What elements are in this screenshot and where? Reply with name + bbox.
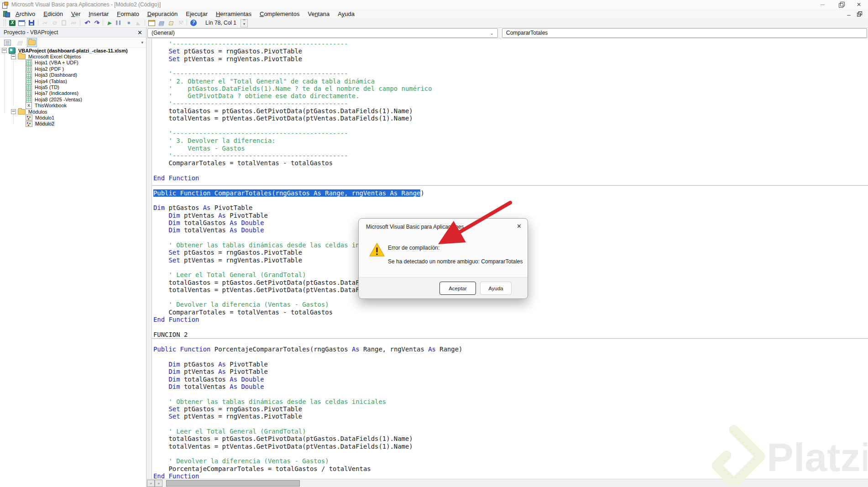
copy-icon <box>52 20 57 26</box>
code-line: PorcentajeCompararTotales = totalGastos … <box>153 465 868 472</box>
scrollbar-thumb[interactable] <box>166 480 300 487</box>
run-icon <box>108 21 111 26</box>
toggle-folders-icon[interactable] <box>27 38 37 47</box>
tree-item-label: Módulo2 <box>34 121 55 126</box>
tree-item-modulos[interactable]: Módulos <box>0 109 146 115</box>
tree-item-hoja7[interactable]: Hoja7 (Indicadores) <box>0 90 146 96</box>
child-minimize-icon[interactable] <box>847 10 851 17</box>
code-line: CompararTotales = totalVentas - totalGas… <box>153 159 868 167</box>
project-explorer-icon[interactable] <box>147 19 156 27</box>
code-line: ' Leer el Total General (GrandTotal) <box>153 428 868 435</box>
menu-item-herramientas[interactable]: Herramientas <box>212 9 256 18</box>
tree-item-modulo1[interactable]: Módulo1 <box>0 115 146 120</box>
collapse-icon[interactable] <box>2 48 7 53</box>
toggle-folders-icon <box>28 40 36 45</box>
break-icon <box>116 21 122 25</box>
accept-button[interactable]: Aceptar <box>439 282 476 295</box>
tree-item-hoja1[interactable]: Hoja1 (VBA + UDF) <box>0 60 146 66</box>
panel-close-icon[interactable] <box>137 29 142 36</box>
tree-item-hoja3[interactable]: Hoja3 (Dashboard) <box>0 72 146 78</box>
restore-icon[interactable] <box>831 0 850 9</box>
project-panel-toolbar <box>0 37 146 48</box>
view-code-icon[interactable] <box>2 38 12 47</box>
toolbox-icon[interactable] <box>176 19 185 27</box>
minimize-icon[interactable] <box>813 0 831 9</box>
procedure-dropdown-value: CompararTotales <box>506 30 548 36</box>
error-title-text: Error de compilación: <box>388 245 439 251</box>
tree-item-label: Hoja5 (TD) <box>34 84 60 90</box>
dialog-close-icon[interactable] <box>517 223 522 230</box>
code-line: '---------------------------------------… <box>153 130 868 137</box>
code-line: FUNCION 2 <box>153 331 868 338</box>
window-title: Microsoft Visual Basic para Aplicaciones… <box>11 1 161 8</box>
help-icon[interactable] <box>189 19 198 27</box>
code-line: Dim ptVentas As PivotTable <box>153 368 868 375</box>
save-icon <box>29 20 34 26</box>
code-line: Set ptVentas = rngVentas.PivotTable <box>153 55 868 63</box>
chevron-down-icon <box>490 31 494 36</box>
standard-toolbar: ▾ Lín 78, Col 1 <box>0 18 868 28</box>
paste-icon[interactable] <box>59 19 68 27</box>
reset-icon <box>127 21 130 25</box>
menu-item-insertar[interactable]: Insertar <box>84 9 113 18</box>
insert-userform-icon[interactable]: ▾ <box>17 19 26 27</box>
menu-item-edicion[interactable]: Edición <box>39 9 67 18</box>
code-line: Dim totalVentas As Double <box>153 383 868 390</box>
run-icon[interactable] <box>105 19 114 27</box>
menu-item-ventana[interactable]: Ventana <box>303 9 334 18</box>
code-line: Set ptVentas = rngVentas.PivotTable <box>153 413 868 420</box>
horizontal-scrollbar[interactable] <box>146 479 868 487</box>
panel-toolbar-overflow-icon[interactable] <box>141 40 143 45</box>
menu-item-archivo[interactable]: Archivo <box>11 9 39 18</box>
error-message-text: Se ha detectado un nombre ambiguo: Compa… <box>388 258 523 265</box>
collapse-icon[interactable] <box>11 54 16 59</box>
design-mode-icon[interactable] <box>134 19 143 27</box>
tree-item-modulo2[interactable]: Módulo2 <box>0 121 146 127</box>
copy-icon[interactable] <box>50 19 59 27</box>
tree-item-microsoft[interactable]: Microsoft Excel Objetos <box>0 53 146 59</box>
cut-icon[interactable] <box>40 19 49 27</box>
toolbar-grip[interactable] <box>4 20 6 26</box>
object-dropdown[interactable]: (General) <box>147 28 498 38</box>
tree-item-hoja4[interactable]: Hoja4 (Tablas) <box>0 78 146 84</box>
help-button[interactable]: Ayuda <box>480 282 512 295</box>
toolbar-overflow-icon[interactable] <box>241 19 248 27</box>
project-explorer-icon <box>148 20 155 26</box>
undo-icon[interactable] <box>82 19 91 27</box>
procedure-dropdown[interactable]: CompararTotales <box>502 28 867 38</box>
code-line: totalGastos = ptGastos.GetPivotData(ptGa… <box>153 435 868 442</box>
reset-icon[interactable] <box>124 19 133 27</box>
code-line: Public Function PorcentajeCompararTotale… <box>153 346 868 353</box>
menu-item-complementos[interactable]: Complementos <box>256 9 303 18</box>
design-mode-icon <box>136 21 140 26</box>
code-line <box>153 323 868 330</box>
menu-item-formato[interactable]: Formato <box>113 9 143 18</box>
properties-window-icon[interactable] <box>157 19 166 27</box>
menu-item-ejecutar[interactable]: Ejecutar <box>182 9 212 18</box>
menu-item-ayuda[interactable]: Ayuda <box>334 9 359 18</box>
toolbar-separator <box>80 20 80 26</box>
object-browser-icon <box>168 20 173 26</box>
object-browser-icon[interactable] <box>166 19 175 27</box>
tree-item-hoja2[interactable]: Hoja2 (PDF ) <box>0 66 146 72</box>
collapse-icon[interactable] <box>11 109 16 114</box>
break-icon[interactable] <box>115 19 124 27</box>
excel-view-icon[interactable] <box>8 19 17 27</box>
menu-item-ver[interactable]: Ver <box>67 9 84 18</box>
code-line: Set ptGastos = rngGastos.PivotTable <box>153 405 868 413</box>
find-icon[interactable] <box>69 19 78 27</box>
tree-item-label: Hoja1 (VBA + UDF) <box>34 60 79 65</box>
menu-item-depuracion[interactable]: Depuración <box>143 9 182 18</box>
view-object-icon[interactable] <box>15 38 25 47</box>
tree-item-hoja8[interactable]: Hoja8 (2025 -Ventas) <box>0 96 146 102</box>
close-icon[interactable] <box>850 0 868 9</box>
split-view-button[interactable] <box>147 480 155 487</box>
dialog-footer: Aceptar Ayuda <box>359 277 528 298</box>
save-icon[interactable] <box>27 19 36 27</box>
split-view-button[interactable] <box>155 480 162 487</box>
tree-item-hoja5[interactable]: Hoja5 (TD) <box>0 84 146 90</box>
code-line: ' 3. Devolver la diferencia: <box>153 137 868 144</box>
folder-icon <box>18 54 26 59</box>
child-restore-icon[interactable] <box>857 11 862 16</box>
redo-icon[interactable] <box>92 19 101 27</box>
